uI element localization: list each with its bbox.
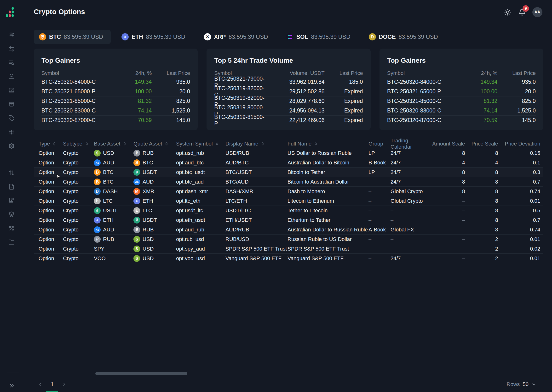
- page-number[interactable]: 1: [48, 380, 57, 389]
- sidebar-expand-button[interactable]: [8, 382, 16, 390]
- table-row[interactable]: OptionCrypto₮USDTŁLTCopt.usdt_ltcUSDT/LT…: [34, 206, 543, 215]
- table-row[interactable]: OptionCryptoA$AUD₿BTCopt.aud_btcAUD/BTCA…: [34, 158, 543, 168]
- card-row-last-price: 825.0: [152, 98, 190, 104]
- gear-icon: [8, 143, 14, 149]
- cell-type: Option: [39, 246, 63, 252]
- column-header-system-symbol[interactable]: System Symbol: [176, 141, 225, 147]
- cell-full-name: Dash to Monero: [287, 188, 368, 195]
- sidebar-item-chart-alert[interactable]: [8, 197, 14, 204]
- btc-coin-icon: ₿: [94, 169, 101, 176]
- sol-coin-icon: [286, 33, 294, 41]
- sidebar-item-briefcase[interactable]: [8, 73, 14, 80]
- rows-per-page-select[interactable]: Rows 50: [507, 380, 537, 389]
- column-header-type[interactable]: Type: [39, 141, 63, 147]
- cell-system-symbol: opt.aud_btc: [176, 160, 225, 166]
- cell-type: Option: [39, 208, 63, 214]
- table-row[interactable]: OptionCryptoŁLTC◆ETHopt.ltc_ethLTC/ETHLi…: [34, 196, 543, 206]
- cell-group: LP: [368, 150, 391, 156]
- ticker-chip-sol[interactable]: SOL83.595.39 USD: [281, 30, 358, 44]
- cell-base-asset: $USD: [94, 150, 133, 156]
- column-header-full-name[interactable]: Full Name: [287, 141, 368, 147]
- sidebar-item-users[interactable]: [8, 32, 14, 38]
- cell-display-name: AUD/RUB: [225, 227, 287, 233]
- ticker-chip-xrp[interactable]: ✕XRP83.595.39 USD: [199, 30, 276, 44]
- column-label: Price Scale: [472, 141, 498, 147]
- column-label: Trading Calendar: [391, 138, 429, 150]
- column-label: Amount Scale: [432, 141, 465, 147]
- cell-system-symbol: opt.voo_usd: [176, 255, 225, 262]
- cell-amount-scale: –: [429, 236, 465, 242]
- sidebar-item-arrows-up-down[interactable]: [8, 170, 14, 176]
- cell-amount-scale: 8: [429, 188, 465, 195]
- sol-bars-icon: [288, 35, 292, 39]
- card-row-symbol: BTC-250320-87000-C: [387, 117, 465, 124]
- column-header-base-asset[interactable]: Base Asset: [94, 141, 133, 147]
- btc-coin-icon: ₿: [133, 159, 140, 166]
- ticker-chip-doge[interactable]: ÐDOGE83.595.39 USD: [363, 30, 440, 44]
- cell-type: Option: [39, 179, 63, 185]
- avatar[interactable]: AA: [532, 7, 542, 17]
- cell-amount-scale: 4: [429, 160, 465, 166]
- card-row-last-price: 145.0: [497, 117, 536, 124]
- column-header-price-scale: Price Scale: [465, 141, 498, 147]
- app-logo-icon: [6, 7, 14, 17]
- table-row[interactable]: OptionCrypto₿BTCA$AUDopt.btc_audBTC/AUDB…: [34, 177, 543, 187]
- card-table-row: BTC-250321-65000-P100.0020.0: [387, 87, 536, 97]
- sidebar-item-archive[interactable]: [8, 101, 14, 107]
- header-actions: 9 AA: [504, 5, 542, 19]
- cell-full-name: Etherium to Tether: [287, 217, 368, 223]
- table-row[interactable]: OptionCryptoÐDASHMXMRopt.dash_xmrDASH/XM…: [34, 187, 543, 196]
- sidebar-item-tag[interactable]: [8, 115, 14, 121]
- sidebar-item-transfer[interactable]: [8, 46, 14, 52]
- table-row[interactable]: OptionCrypto₿BTC₮USDTopt.btc_usdtBTC/USD…: [34, 168, 543, 177]
- table-row[interactable]: OptionCryptoA$AUD₽RUBopt.aud_rubAUD/RUBA…: [34, 225, 543, 235]
- prev-page-button[interactable]: [36, 380, 44, 389]
- cell-price-scale: 8: [465, 198, 498, 204]
- cell-full-name: SPDR S&P 500 ETF Trust: [287, 246, 368, 252]
- sidebar-item-folder[interactable]: [8, 239, 14, 245]
- rub-coin-icon: ₽: [133, 226, 140, 233]
- column-header-quote-asset[interactable]: Quote Asset: [133, 141, 176, 147]
- card-col-symbol: Symbol: [387, 70, 465, 76]
- cell-subtype: Crypto: [63, 255, 94, 262]
- ticker-bar: ₿BTC83.595.39 USD◆ETH83.595.39 USD✕XRP83…: [34, 30, 440, 44]
- sidebar-item-document[interactable]: [8, 183, 14, 190]
- column-label: Base Asset: [94, 141, 120, 147]
- aud-coin-icon: A$: [94, 226, 101, 233]
- card-row-value: 24,956,094.13: [267, 107, 325, 114]
- column-header-display-name[interactable]: Display Name: [225, 141, 287, 147]
- theme-toggle-button[interactable]: [504, 8, 512, 16]
- cell-quote-asset: ₮USDT: [133, 169, 176, 176]
- table-row[interactable]: OptionCrypto$USD₽RUBopt.usd_rubUSD/RUBUS…: [34, 148, 543, 158]
- sidebar-item-monitor-check[interactable]: [8, 87, 14, 94]
- horizontal-scrollbar[interactable]: [95, 372, 187, 375]
- table-row[interactable]: OptionCrypto₽RUB$USDopt.rub_usdRUB/USDRu…: [34, 235, 543, 244]
- cell-amount-scale: –: [429, 255, 465, 262]
- table-row[interactable]: OptionCrypto◆ETH₮USDTopt.eth_usdtETH/USD…: [34, 215, 543, 225]
- cell-base-asset: A$AUD: [94, 159, 133, 166]
- sidebar-item-layers[interactable]: [8, 211, 14, 217]
- ticker-price: 83.595.39 USD: [146, 34, 185, 40]
- card-row-value: 74.14: [465, 107, 497, 114]
- cell-price-deviation: 0.01: [498, 255, 540, 262]
- table-row[interactable]: OptionCryptoVOO$USDopt.voo_usdVanguard S…: [34, 254, 543, 263]
- ticker-chip-btc[interactable]: ₿BTC83.595.39 USD: [34, 30, 111, 44]
- column-header-subtype[interactable]: Subtype: [63, 141, 94, 147]
- notifications-button[interactable]: 9: [518, 8, 526, 16]
- cell-quote-asset: ŁLTC: [133, 207, 176, 214]
- briefcase-icon: [8, 73, 14, 80]
- cell-amount-scale: 8: [429, 179, 465, 185]
- tag-icon: [8, 115, 14, 121]
- table-row[interactable]: OptionCryptoSPY$USDopt.spy_audSPDR S&P 5…: [34, 244, 543, 254]
- next-page-button[interactable]: [60, 380, 69, 389]
- sidebar-item-list-search[interactable]: [8, 60, 14, 66]
- sidebar-item-percent[interactable]: [8, 225, 14, 231]
- sidebar-item-gear[interactable]: [8, 143, 14, 149]
- sidebar-item-sliders[interactable]: [8, 129, 14, 135]
- card-row-value: 70.59: [465, 117, 497, 124]
- cell-price-scale: 2: [465, 246, 498, 252]
- ticker-chip-eth[interactable]: ◆ETH83.595.39 USD: [116, 30, 193, 44]
- cell-system-symbol: opt.spy_aud: [176, 246, 225, 252]
- layers-icon: [8, 211, 14, 217]
- rub-coin-icon: ₽: [133, 150, 140, 156]
